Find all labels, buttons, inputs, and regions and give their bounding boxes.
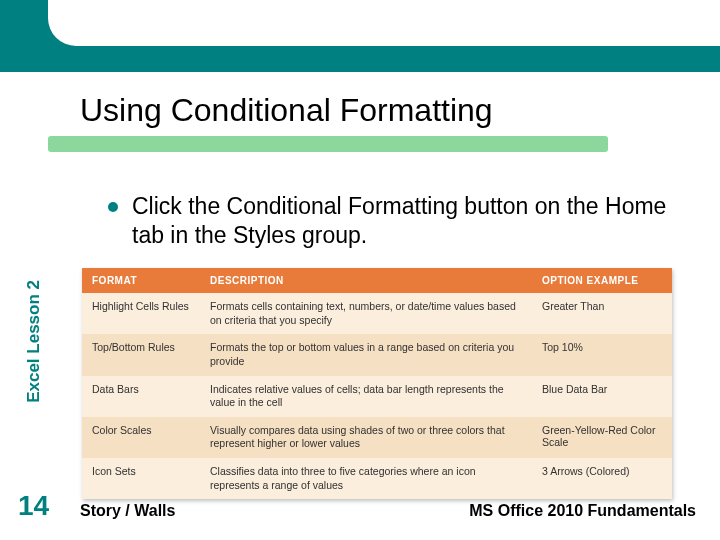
cell-example: Top 10%	[532, 334, 672, 375]
table-row: Highlight Cells Rules Formats cells cont…	[82, 293, 672, 334]
table-header-row: FORMAT DESCRIPTION OPTION EXAMPLE	[82, 268, 672, 293]
title-underline	[48, 136, 608, 152]
sidebar-label: Excel Lesson 2	[24, 157, 44, 280]
footer-course: MS Office 2010 Fundamentals	[469, 502, 696, 520]
cell-description: Formats cells containing text, numbers, …	[200, 293, 532, 334]
bullet-item: Click the Conditional Formatting button …	[108, 192, 668, 250]
cell-format: Color Scales	[82, 417, 200, 458]
cell-description: Classifies data into three to five categ…	[200, 458, 532, 499]
cell-format: Data Bars	[82, 376, 200, 417]
cell-description: Formats the top or bottom values in a ra…	[200, 334, 532, 375]
cell-format: Icon Sets	[82, 458, 200, 499]
cell-example: 3 Arrows (Colored)	[532, 458, 672, 499]
slide-title: Using Conditional Formatting	[80, 92, 493, 129]
table-header-format: FORMAT	[82, 268, 200, 293]
table-row: Data Bars Indicates relative values of c…	[82, 376, 672, 417]
cell-description: Indicates relative values of cells; data…	[200, 376, 532, 417]
cell-example: Blue Data Bar	[532, 376, 672, 417]
slide: Using Conditional Formatting Click the C…	[0, 0, 720, 540]
bullet-text: Click the Conditional Formatting button …	[132, 192, 668, 250]
footer-author: Story / Walls	[80, 502, 175, 520]
cell-description: Visually compares data using shades of t…	[200, 417, 532, 458]
slide-number: 14	[18, 490, 49, 522]
table-row: Color Scales Visually compares data usin…	[82, 417, 672, 458]
table-header-description: DESCRIPTION	[200, 268, 532, 293]
header-cutout	[48, 0, 720, 46]
formatting-table: FORMAT DESCRIPTION OPTION EXAMPLE Highli…	[82, 268, 672, 499]
cell-format: Top/Bottom Rules	[82, 334, 200, 375]
table-header-example: OPTION EXAMPLE	[532, 268, 672, 293]
table-row: Icon Sets Classifies data into three to …	[82, 458, 672, 499]
sidebar-label-text: Excel Lesson 2	[24, 280, 44, 403]
cell-format: Highlight Cells Rules	[82, 293, 200, 334]
bullet-list: Click the Conditional Formatting button …	[108, 192, 668, 250]
table-row: Top/Bottom Rules Formats the top or bott…	[82, 334, 672, 375]
cell-example: Greater Than	[532, 293, 672, 334]
cell-example: Green-Yellow-Red Color Scale	[532, 417, 672, 458]
bullet-dot-icon	[108, 202, 118, 212]
